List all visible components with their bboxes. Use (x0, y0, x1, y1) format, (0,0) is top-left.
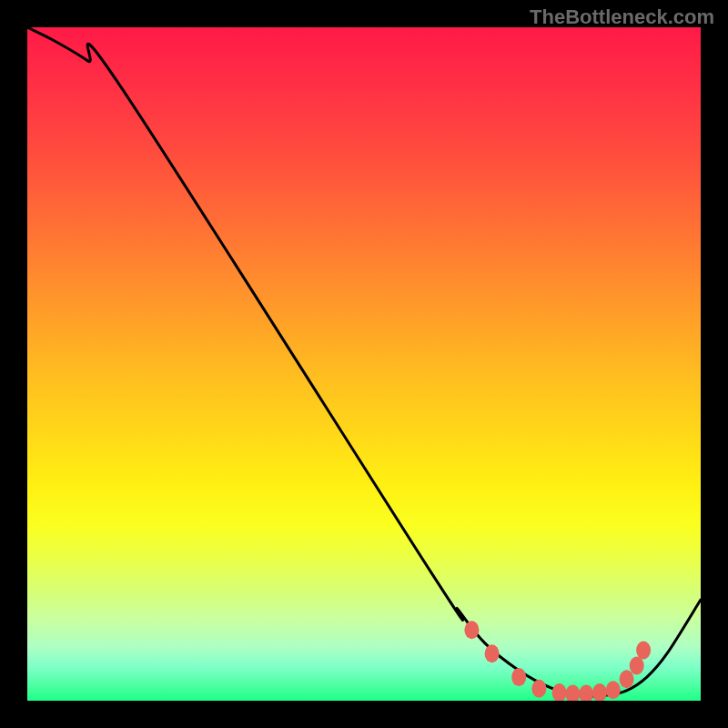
marker-dot (592, 683, 607, 701)
marker-dot (579, 685, 593, 701)
marker-group (464, 621, 651, 701)
marker-dot (606, 681, 621, 699)
marker-dot (620, 670, 634, 688)
marker-dot (531, 680, 546, 698)
marker-dot (511, 668, 526, 686)
curve-line (27, 27, 701, 696)
marker-dot (636, 642, 651, 660)
marker-dot (464, 621, 479, 639)
watermark-text: TheBottleneck.com (530, 5, 714, 29)
marker-dot (552, 683, 567, 701)
marker-dot (485, 644, 500, 662)
chart-svg (27, 27, 701, 701)
chart-plot-area (27, 27, 701, 701)
marker-dot (565, 685, 580, 701)
marker-dot (630, 657, 644, 675)
